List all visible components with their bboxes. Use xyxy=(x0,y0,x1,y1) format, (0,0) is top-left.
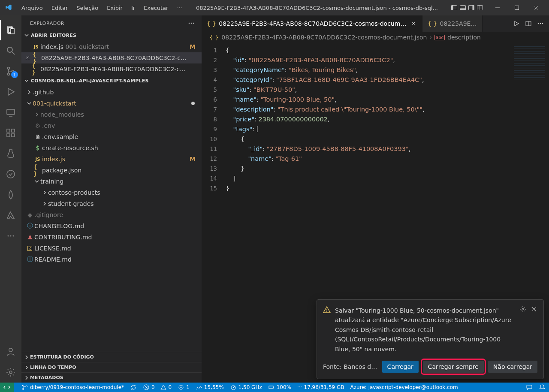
svg-rect-17 xyxy=(7,109,15,115)
activity-explorer[interactable] xyxy=(0,20,21,40)
status-cpu[interactable]: 15,55% xyxy=(196,384,224,391)
status-memory[interactable]: ···17,96/31,59 GB xyxy=(297,384,344,390)
split-icon[interactable] xyxy=(525,20,532,27)
menu-ir[interactable]: Ir xyxy=(128,3,139,13)
toast-message: Salvar "Touring-1000 Blue, 50-cosmos-doc… xyxy=(335,306,515,354)
activity-testing[interactable] xyxy=(0,143,21,164)
breadcrumb[interactable]: { } 08225A9E-F2B3-4FA3-AB08-8C70ADD6C3C2… xyxy=(202,32,549,43)
file-gitignore[interactable]: ◆.gitignore xyxy=(21,209,202,220)
js-file-icon: JS xyxy=(33,157,42,162)
activity-source-control[interactable]: 1 xyxy=(0,61,21,81)
json-file-icon: { } xyxy=(207,20,216,27)
open-editor-indexjs[interactable]: JS index.js 001-quickstart M xyxy=(21,41,202,52)
activity-manage[interactable] xyxy=(0,362,21,383)
svg-point-38 xyxy=(538,23,539,24)
folder-contoso-products[interactable]: contoso-products xyxy=(21,187,202,198)
status-bell-icon[interactable] xyxy=(539,384,546,391)
status-ports[interactable]: 1 xyxy=(178,384,190,391)
activity-checklist[interactable] xyxy=(0,164,21,184)
folder-training[interactable]: training xyxy=(21,176,202,187)
close-icon[interactable] xyxy=(24,54,31,61)
dont-load-button[interactable]: Não carregar xyxy=(488,361,537,373)
menu-selecao[interactable]: Seleção xyxy=(73,3,102,13)
status-azure[interactable]: Azure: javascript-developer@outlook.com xyxy=(350,384,458,390)
timeline-header[interactable]: LINHA DO TEMPO xyxy=(21,362,202,372)
activity-account[interactable] xyxy=(0,341,21,362)
status-battery[interactable]: 100% xyxy=(268,384,291,391)
file-env[interactable]: ⚙.env xyxy=(21,120,202,131)
open-editor-cosmos1[interactable]: { } 08225A9E-F2B3-4FA3-AB08-8C70ADD6C3C2… xyxy=(21,52,202,63)
more-icon[interactable] xyxy=(537,20,544,27)
file-license[interactable]: ⚿LICENSE.md xyxy=(21,243,202,254)
svg-point-30 xyxy=(191,23,192,24)
svg-point-15 xyxy=(8,73,10,75)
window-maximize-button[interactable] xyxy=(507,0,526,15)
menu-editar[interactable]: Editar xyxy=(48,3,72,13)
folder-student-grades[interactable]: student-grades xyxy=(21,198,202,209)
file-indexjs[interactable]: JSindex.jsM xyxy=(21,154,202,165)
remote-indicator[interactable] xyxy=(0,383,14,392)
minimap[interactable] xyxy=(510,43,549,107)
panel-left-icon[interactable] xyxy=(451,4,458,11)
window-title: 08225A9E-F2B3-4FA3-AB08-8C70ADD6C3C2-cos… xyxy=(187,5,446,11)
activity-remote-explorer[interactable] xyxy=(0,102,21,123)
file-create-resource[interactable]: $create-resource.sh xyxy=(21,142,202,154)
tab-active[interactable]: { } 08225A9E-F2B3-4FA3-AB08-8C70ADD6C3C2… xyxy=(202,15,422,32)
outline-header[interactable]: ESTRUTURA DO CÓDIGO xyxy=(21,352,202,362)
activity-extensions[interactable] xyxy=(0,123,21,143)
svg-point-25 xyxy=(10,235,12,237)
menu-arquivo[interactable]: Arquivo xyxy=(18,3,46,13)
svg-rect-3 xyxy=(460,9,466,10)
folder-node-modules[interactable]: node_modules xyxy=(21,109,202,120)
file-package-json[interactable]: { }package.json xyxy=(21,165,202,176)
notification-toast: Salvar "Touring-1000 Blue, 50-cosmos-doc… xyxy=(317,299,544,379)
status-feedback-icon[interactable] xyxy=(526,384,533,391)
close-icon[interactable] xyxy=(531,306,537,354)
status-problems[interactable]: 0 0 xyxy=(143,384,172,391)
activity-azure[interactable] xyxy=(0,205,21,226)
person-icon: ♟ xyxy=(26,234,34,241)
activity-search[interactable] xyxy=(0,40,21,61)
file-env-sample[interactable]: 🗎.env.sample xyxy=(21,131,202,142)
panel-bottom-icon[interactable] xyxy=(459,4,466,11)
load-always-button[interactable]: Carregar sempre xyxy=(423,361,484,373)
activity-mongodb[interactable] xyxy=(0,184,21,205)
chevron-down-icon xyxy=(23,77,30,84)
svg-point-46 xyxy=(22,385,24,386)
status-ghz[interactable]: 1,50 GHz xyxy=(230,384,262,391)
activity-run-debug[interactable] xyxy=(0,81,21,102)
menu-executar[interactable]: Executar xyxy=(140,3,172,13)
window-minimize-button[interactable] xyxy=(488,0,507,15)
project-header[interactable]: COSMOS-DB-SQL-API-JAVASCRIPT-SAMPLES xyxy=(21,75,202,86)
tabs-bar: { } 08225A9E-F2B3-4FA3-AB08-8C70ADD6C3C2… xyxy=(202,15,549,32)
svg-rect-6 xyxy=(477,6,483,10)
panel-right-icon[interactable] xyxy=(468,4,475,11)
window-close-button[interactable] xyxy=(526,0,546,15)
sidebar-more-icon[interactable] xyxy=(188,20,195,27)
run-icon[interactable] xyxy=(513,20,520,27)
status-sync[interactable] xyxy=(130,384,137,391)
open-editors-header[interactable]: ABRIR EDITORES xyxy=(21,30,202,40)
close-icon[interactable] xyxy=(410,20,417,27)
file-changelog[interactable]: ⓘCHANGELOG.md xyxy=(21,220,202,232)
menu-exibir[interactable]: Exibir xyxy=(103,3,126,13)
gear-icon[interactable] xyxy=(519,306,526,354)
dollar-icon: $ xyxy=(33,145,42,151)
gutter: 123456789101112131415 xyxy=(202,43,221,383)
layout-custom-icon[interactable] xyxy=(477,4,483,11)
tab-inactive[interactable]: { } 08225A9E-F2B3 xyxy=(422,15,482,32)
svg-rect-56 xyxy=(269,386,273,389)
menu-more-icon[interactable]: ··· xyxy=(173,3,185,13)
activity-more-icon[interactable] xyxy=(0,226,21,246)
folder-github[interactable]: .github xyxy=(21,87,202,98)
load-button[interactable]: Carregar xyxy=(382,361,419,373)
folder-quickstart[interactable]: 001-quickstart xyxy=(21,98,202,109)
svg-rect-1 xyxy=(452,6,453,10)
file-contributing[interactable]: ♟CONTRIBUTING.md xyxy=(21,232,202,243)
metadata-header[interactable]: METADADOS xyxy=(21,372,202,383)
chevron-right-icon xyxy=(41,189,48,196)
status-branch[interactable]: diberry/0919-contoso-learn-module* xyxy=(21,384,124,391)
file-icon: 🗎 xyxy=(33,133,42,140)
file-readme[interactable]: ⓘREADME.md xyxy=(21,254,202,265)
open-editor-cosmos2[interactable]: { } 08225A9E-F2B3-4FA3-AB08-8C70ADD6C3C2… xyxy=(21,63,202,75)
